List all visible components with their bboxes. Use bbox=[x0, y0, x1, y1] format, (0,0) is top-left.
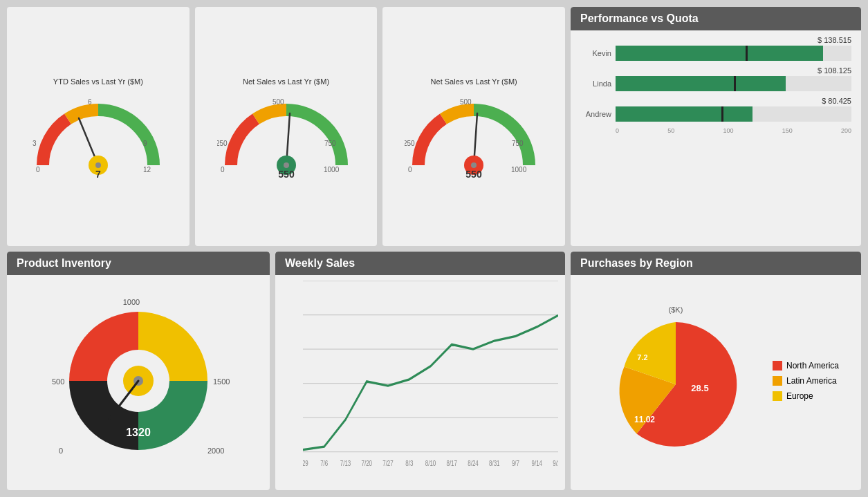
andrew-bar bbox=[616, 106, 851, 122]
purchases-panel: Purchases by Region ($K) bbox=[571, 252, 861, 491]
perf-row-linda: $ 108.125 Linda bbox=[580, 66, 851, 91]
svg-text:6: 6 bbox=[88, 98, 92, 106]
purchases-title: Purchases by Region bbox=[571, 252, 861, 275]
svg-text:7/20: 7/20 bbox=[361, 458, 372, 467]
performance-title: Performance vs Quota bbox=[571, 7, 861, 30]
svg-text:12: 12 bbox=[143, 166, 151, 174]
perf-axis: 0 50 100 150 200 bbox=[580, 127, 851, 134]
legend-label-north-america: North America bbox=[786, 361, 839, 371]
legend-europe: Europe bbox=[773, 391, 839, 401]
inventory-svg: 1000 1500 2000 0 500 1320 bbox=[35, 291, 242, 471]
pie-legend: North America Latin America Europe bbox=[773, 361, 839, 401]
legend-label-europe: Europe bbox=[786, 391, 813, 401]
weekly-sales-panel: Weekly Sales 0 800 1600 2400 3200 4000 bbox=[275, 252, 565, 491]
svg-text:9/7: 9/7 bbox=[512, 458, 519, 467]
svg-point-25 bbox=[471, 162, 477, 168]
kevin-name: Kevin bbox=[580, 49, 611, 57]
svg-text:250: 250 bbox=[405, 140, 415, 147]
svg-text:550: 550 bbox=[278, 169, 295, 179]
gauge-net1-title: Net Sales vs Last Yr ($M) bbox=[243, 77, 329, 86]
svg-text:3: 3 bbox=[33, 140, 37, 147]
svg-text:9/14: 9/14 bbox=[532, 458, 543, 467]
svg-text:7/6: 7/6 bbox=[320, 458, 328, 467]
svg-text:1320: 1320 bbox=[126, 426, 151, 438]
svg-text:0: 0 bbox=[59, 447, 63, 455]
svg-text:750: 750 bbox=[512, 140, 524, 147]
svg-text:7: 7 bbox=[95, 169, 101, 179]
gauge-ytd-title: YTD Sales vs Last Yr ($M) bbox=[53, 77, 143, 86]
svg-text:750: 750 bbox=[324, 140, 336, 147]
legend-color-europe bbox=[773, 391, 782, 401]
purchases-svg: 28.5 11.02 7.2 bbox=[593, 315, 759, 453]
weekly-sales-title: Weekly Sales bbox=[275, 252, 565, 275]
inventory-panel: Product Inventory 1000 1500 2000 bbox=[7, 252, 270, 491]
purchases-content: ($K) 28.5 11.02 7. bbox=[571, 275, 861, 488]
svg-text:8/24: 8/24 bbox=[468, 458, 479, 467]
linda-name: Linda bbox=[580, 79, 611, 88]
gauge-net1: Net Sales vs Last Yr ($M) 0 250 500 750 … bbox=[195, 7, 378, 246]
gauge-ytd: YTD Sales vs Last Yr ($M) 0 3 6 9 12 bbox=[7, 7, 190, 246]
inventory-title: Product Inventory bbox=[7, 252, 270, 275]
svg-text:500: 500 bbox=[460, 98, 472, 106]
svg-text:9: 9 bbox=[143, 140, 147, 147]
gauge-net2: Net Sales vs Last Yr ($M) 0 250 500 750 … bbox=[382, 7, 565, 246]
svg-text:1000: 1000 bbox=[324, 166, 340, 174]
pie-container: ($K) 28.5 11.02 7. bbox=[593, 306, 759, 456]
svg-text:1000: 1000 bbox=[123, 298, 140, 306]
svg-text:250: 250 bbox=[217, 140, 228, 147]
svg-text:1000: 1000 bbox=[511, 166, 527, 174]
svg-point-16 bbox=[284, 162, 289, 168]
svg-text:7.2: 7.2 bbox=[637, 353, 647, 362]
andrew-amount: $ 80.425 bbox=[580, 97, 851, 105]
legend-color-north-america bbox=[773, 361, 782, 371]
linda-bar bbox=[616, 76, 851, 91]
gauge-net2-title: Net Sales vs Last Yr ($M) bbox=[431, 77, 517, 86]
svg-text:6/29: 6/29 bbox=[303, 458, 308, 467]
gauge-net2-svg: 0 250 500 750 1000 550 bbox=[405, 89, 543, 179]
svg-text:11.02: 11.02 bbox=[634, 415, 655, 424]
gauges-container: YTD Sales vs Last Yr ($M) 0 3 6 9 12 bbox=[7, 7, 565, 246]
legend-latin-america: Latin America bbox=[773, 376, 839, 386]
gauge-ytd-svg: 0 3 6 9 12 7 bbox=[29, 89, 167, 179]
svg-text:8/31: 8/31 bbox=[489, 458, 500, 467]
gauge-net1-svg: 0 250 500 750 1000 550 bbox=[217, 89, 355, 179]
svg-text:500: 500 bbox=[52, 377, 64, 386]
svg-text:0: 0 bbox=[408, 166, 412, 174]
perf-row-andrew: $ 80.425 Andrew bbox=[580, 97, 851, 122]
svg-text:8/3: 8/3 bbox=[405, 458, 413, 467]
svg-text:7/27: 7/27 bbox=[382, 458, 394, 467]
andrew-name: Andrew bbox=[580, 110, 611, 118]
svg-text:8/17: 8/17 bbox=[446, 458, 457, 467]
svg-text:1500: 1500 bbox=[213, 377, 230, 386]
svg-point-7 bbox=[95, 162, 101, 168]
inventory-content: 1000 1500 2000 0 500 1320 bbox=[7, 275, 270, 488]
svg-text:7/13: 7/13 bbox=[340, 458, 351, 467]
weekly-sales-content: 0 800 1600 2400 3200 4000 6/29 7/6 7/13 … bbox=[275, 275, 565, 488]
svg-text:550: 550 bbox=[465, 169, 482, 179]
svg-text:2000: 2000 bbox=[207, 447, 224, 455]
performance-panel: Performance vs Quota $ 138.515 Kevin $ 1… bbox=[571, 7, 861, 246]
svg-text:8/10: 8/10 bbox=[425, 458, 436, 467]
legend-north-america: North America bbox=[773, 361, 839, 371]
kevin-bar bbox=[616, 46, 851, 61]
performance-content: $ 138.515 Kevin $ 108.125 Linda bbox=[571, 30, 861, 140]
kevin-amount: $ 138.515 bbox=[580, 36, 851, 44]
svg-text:28.5: 28.5 bbox=[691, 383, 708, 393]
svg-text:0: 0 bbox=[36, 166, 40, 174]
svg-text:0: 0 bbox=[221, 166, 225, 174]
legend-label-latin-america: Latin America bbox=[786, 376, 837, 386]
legend-color-latin-america bbox=[773, 376, 782, 386]
linda-amount: $ 108.125 bbox=[580, 66, 851, 75]
svg-text:500: 500 bbox=[273, 98, 284, 106]
weekly-sales-svg: 0 800 1600 2400 3200 4000 6/29 7/6 7/13 … bbox=[303, 281, 558, 485]
svg-text:9/21: 9/21 bbox=[553, 458, 558, 467]
perf-row-kevin: $ 138.515 Kevin bbox=[580, 36, 851, 61]
pie-subtitle: ($K) bbox=[593, 306, 759, 314]
